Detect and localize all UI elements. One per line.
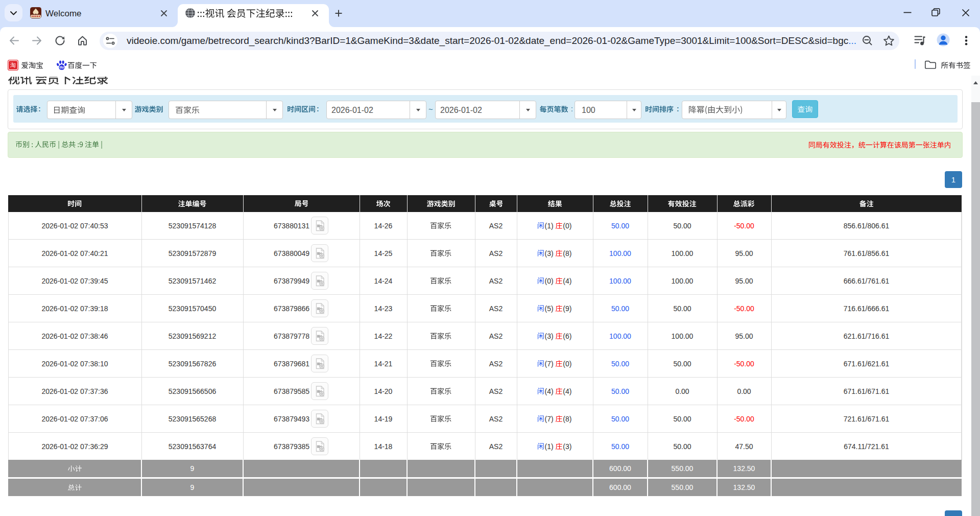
svg-text:du: du — [59, 65, 64, 69]
